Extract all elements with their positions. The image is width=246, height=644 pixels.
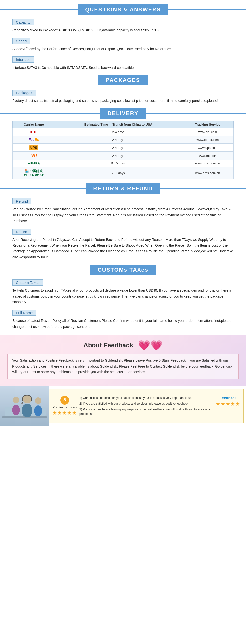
table-row: FedEx 2-4 days www.fedex.com: [13, 136, 234, 144]
pls-give-text: Pls give us 5 stars: [53, 406, 76, 409]
ems-time: 5-10 days: [55, 160, 182, 167]
header-line-right: [168, 9, 246, 10]
packages-text: Factory direct sales, industrial packagi…: [12, 98, 234, 104]
refund-line-right: [160, 188, 246, 189]
interface-label: Interface: [12, 56, 34, 62]
customs-line-left: [0, 270, 90, 270]
col-tracking: Tracking Service: [182, 121, 233, 128]
table-row: TNT 2-4 days www.tnt.com: [13, 152, 234, 160]
qa-section: QUESTIONS & ANSWERS Capacity Capacity:Ma…: [0, 4, 246, 70]
carrier-chinapost: 🏪 中国邮政CHINA POST: [13, 167, 55, 179]
delivery-header: DELIVERY: [0, 108, 246, 118]
carrier-ups: UPS: [13, 144, 55, 152]
full-name-label: Full Name: [12, 310, 36, 316]
carrier-tnt: TNT: [13, 152, 55, 160]
fedex-time: 2-4 days: [55, 136, 182, 144]
feedback-bottom-cols: 5 Pls give us 5 stars ★★★★★ 1) Our succe…: [52, 396, 240, 417]
speed-text: Speed:Affected by the Performance of Dev…: [12, 46, 234, 52]
svg-point-10: [13, 397, 19, 403]
custom-taxes-label: Custom Taxes: [12, 280, 43, 286]
heart-icon: 💗💗: [138, 340, 163, 351]
feedback-bottom-content: 5 Pls give us 5 stars ★★★★★ 1) Our succe…: [49, 389, 243, 423]
feedback-point-2: 2) If you are satisfied with our product…: [79, 402, 213, 406]
table-row: DHL 2-4 days www.dhl.com: [13, 128, 234, 136]
fedex-url: www.fedex.com: [182, 136, 233, 144]
person-figure: [0, 386, 49, 426]
delivery-section: DELIVERY Carrier Name Estimated Time in …: [0, 108, 246, 179]
table-row: ★EMS★ 5-10 days www.ems.com.cn: [13, 160, 234, 167]
customs-header: CUSTOMs TAXes: [0, 265, 246, 275]
delivery-table: Carrier Name Estimated Time in Transit f…: [12, 121, 234, 179]
feedback-content-box: Your Satisfaction and Positive Feedback …: [7, 354, 239, 379]
feedback-point-3: 3) Pls contact us before leaving any neg…: [79, 407, 213, 416]
return-label: Return: [12, 228, 31, 235]
carrier-ems: ★EMS★: [13, 160, 55, 167]
refund-text: Refund Caused by Order Cancellation,Refu…: [12, 206, 234, 224]
custom-taxes-text: To Help Cutomers to avoid high TAXes,al …: [12, 288, 234, 305]
refund-line-left: [0, 188, 86, 189]
capacity-label: Capacity: [12, 19, 34, 25]
capacity-text: Capacity:Marked in Package:1GB=1000MB,1M…: [12, 28, 234, 34]
star-badge: 5: [60, 396, 69, 404]
delivery-line-left: [0, 113, 100, 114]
chinapost-url: www.ems.com.cn: [182, 167, 233, 179]
customs-line-right: [156, 270, 246, 270]
header-line-left: [0, 9, 78, 10]
svg-point-11: [12, 404, 20, 416]
feedback-points: 1) Our success depends on your satisfact…: [79, 396, 213, 417]
dhl-url: www.dhl.com: [182, 128, 233, 136]
feedback-title-row: About Feedback 💗💗: [7, 340, 239, 351]
refund-header: RETURN & REFUND: [0, 184, 246, 194]
customs-section: CUSTOMs TAXes Custom Taxes To Help Cutom…: [0, 265, 246, 330]
svg-rect-6: [22, 398, 23, 401]
packages-header: PACKAGES: [0, 75, 246, 85]
ups-time: 2-4 days: [55, 144, 182, 152]
qa-title: QUESTIONS & ANSWERS: [78, 4, 168, 15]
carrier-dhl: DHL: [13, 128, 55, 136]
col-carrier: Carrier Name: [13, 121, 55, 128]
tnt-url: www.tnt.com: [182, 152, 233, 160]
packages-section: PACKAGES Packages Factory direct sales, …: [0, 75, 246, 104]
svg-rect-9: [21, 403, 23, 404]
chinapost-time: 25+ days: [55, 167, 182, 179]
customs-title: CUSTOMs TAXes: [90, 265, 156, 275]
feedback-label-col: Feedback ★★★★★: [216, 396, 240, 407]
gold-stars-icon: ★★★★★: [52, 410, 77, 416]
bottom-feedback-bar: 5 Pls give us 5 stars ★★★★★ 1) Our succe…: [0, 386, 246, 426]
qa-header: QUESTIONS & ANSWERS: [0, 4, 246, 15]
svg-point-13: [34, 405, 42, 416]
star-col: 5 Pls give us 5 stars ★★★★★: [52, 396, 77, 416]
ems-url: www.ems.com.cn: [182, 160, 233, 167]
refund-title: RETURN & REFUND: [86, 184, 160, 194]
svg-rect-7: [31, 398, 32, 401]
tnt-time: 2-4 days: [55, 152, 182, 160]
feedback-bottom-stars: ★★★★★: [216, 401, 240, 407]
packages-title: PACKAGES: [98, 75, 147, 85]
packages-line-left: [0, 80, 98, 80]
full-name-text: Because of Latest Rusian Policy,all of R…: [12, 318, 234, 330]
table-row: 🏪 中国邮政CHINA POST 25+ days www.ems.com.cn: [13, 167, 234, 179]
delivery-line-right: [146, 113, 246, 114]
col-time: Estimated Time in Transit from China to …: [55, 121, 182, 128]
svg-point-12: [35, 398, 41, 404]
feedback-point-1: 1) Our success depends on your satisfact…: [79, 396, 213, 400]
support-image: [0, 386, 49, 426]
feedback-title: About Feedback: [83, 342, 133, 349]
ups-url: www.ups.com: [182, 144, 233, 152]
interface-text: Interface:SATA3 is Compatible with SATA2…: [12, 65, 234, 71]
feedback-label: Feedback: [219, 396, 236, 400]
feedback-section: About Feedback 💗💗 Your Satisfaction and …: [0, 335, 246, 386]
return-text: After Receiving the Parcel in 7days,we C…: [12, 237, 234, 260]
carrier-fedex: FedEx: [13, 136, 55, 144]
support-svg: [3, 387, 47, 425]
table-row: UPS 2-4 days www.ups.com: [13, 144, 234, 152]
feedback-text: Your Satisfaction and Positive Feedback …: [12, 358, 232, 374]
svg-point-5: [22, 404, 33, 418]
refund-section: RETURN & REFUND Refund Refund Caused by …: [0, 184, 246, 260]
speed-label: Speed: [12, 38, 30, 44]
dhl-time: 2-4 days: [55, 128, 182, 136]
packages-label: Packages: [12, 90, 36, 96]
refund-label: Refund: [12, 198, 32, 204]
packages-line-right: [148, 80, 246, 80]
delivery-title: DELIVERY: [100, 108, 146, 118]
